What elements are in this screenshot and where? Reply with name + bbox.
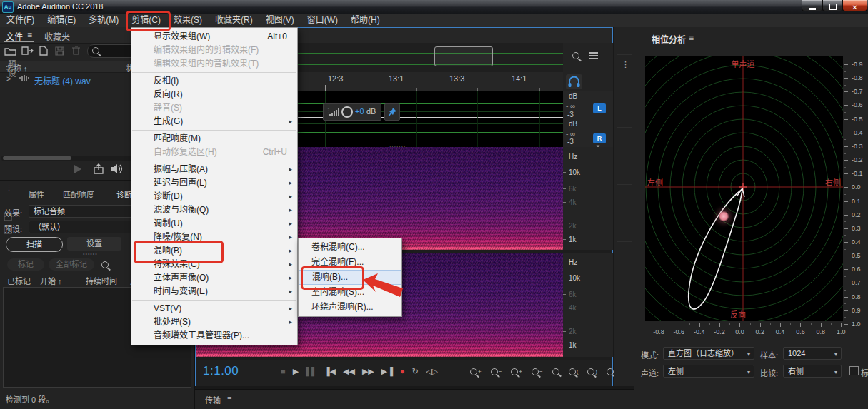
column-start[interactable]: 开始 ↑ (40, 275, 62, 286)
normalize-checkbox[interactable] (849, 366, 859, 375)
record-button[interactable]: ● (400, 365, 405, 377)
play-button[interactable]: ▶ (293, 365, 299, 377)
open-folder-icon[interactable] (4, 46, 17, 56)
tab-match-loudness[interactable]: 匹配响度 (63, 188, 94, 200)
effects-menu-item-4[interactable]: 反相(I) (131, 74, 297, 88)
marker-search-icon[interactable] (101, 261, 109, 268)
effects-menu-item-2[interactable]: 编辑效果组内的音轨效果(T) (131, 57, 297, 71)
monitor-button[interactable] (566, 74, 582, 89)
column-duration[interactable]: 持续时间 (86, 275, 117, 286)
export-icon[interactable] (93, 163, 105, 175)
restore-button[interactable] (822, 0, 843, 11)
volume-value[interactable]: +0 (355, 107, 364, 116)
pause-button[interactable]: ▌▌ (306, 365, 317, 377)
zoom-in-button[interactable]: + (470, 366, 482, 378)
reverb-submenu-item-4[interactable]: 环绕声混响(R)... (299, 300, 401, 315)
effects-menu-item-7[interactable]: 生成(G)▸ (131, 115, 297, 128)
channel-select[interactable]: 左侧▾ (663, 365, 754, 378)
move-playhead-button[interactable]: ◁▷ (426, 365, 438, 377)
effects-menu-item-14[interactable]: 诊断(D)▸ (131, 190, 297, 203)
spectral-splitter-handle[interactable]: ······· (389, 144, 421, 149)
speaker-icon[interactable] (109, 163, 124, 175)
files-scrollbar-thumb[interactable] (3, 156, 71, 160)
zoom-to-in-point-button[interactable]: ( (569, 366, 579, 378)
effects-menu-item-13[interactable]: 延迟与回声(L)▸ (131, 176, 297, 190)
preview-play-icon[interactable] (74, 165, 81, 173)
skip-to-end-button[interactable]: ▶▐ (381, 365, 393, 377)
splitter-handle[interactable]: •••••• (83, 251, 98, 256)
rewind-button[interactable]: ◀◀ (343, 365, 355, 377)
file-list-item[interactable]: 无标题 (4).wav (34, 74, 91, 86)
reverb-submenu-item-0[interactable]: 卷积混响(C)... (299, 240, 401, 255)
pin-hud[interactable] (384, 103, 400, 121)
zoom-reset-icon[interactable] (572, 52, 579, 59)
zoom-out-time-button[interactable]: − (532, 366, 543, 378)
effects-menu-item-23[interactable]: VST(V)▸ (131, 302, 297, 315)
sample-select[interactable]: 1024▾ (783, 347, 842, 360)
y-scale-tick (844, 64, 848, 65)
transport-panel-menu-icon[interactable]: ≡ (227, 394, 231, 403)
zoom-out-button[interactable]: − (491, 366, 502, 378)
save-icon[interactable] (54, 46, 66, 56)
effects-menu-item-9[interactable]: 匹配响度(M) (131, 132, 297, 146)
strip-menu-icon[interactable]: ⋮ (622, 60, 629, 69)
menu-separator (132, 130, 296, 131)
spectral-controls-icon[interactable] (589, 51, 598, 61)
menubar-item-multitrack[interactable]: 多轨(M) (82, 14, 125, 27)
delete-icon[interactable] (71, 46, 81, 56)
presets-tab-label[interactable]: 预设 (6, 60, 17, 79)
effects-menu-item-21[interactable]: 时间与变调(E)▸ (131, 285, 297, 298)
tab-favorites[interactable]: 收藏夹 (44, 30, 70, 42)
effects-menu-item-15[interactable]: 滤波与均衡(Q)▸ (131, 203, 297, 217)
new-file-icon[interactable] (38, 46, 49, 56)
effects-menu-item-24[interactable]: 批处理(S)▸ (131, 315, 297, 329)
volume-hud[interactable]: ⋮ +0 dB (323, 103, 381, 121)
loop-playback-button[interactable]: ↻ (412, 365, 419, 377)
phase-graph[interactable]: 单声道 左侧 右侧 反向 (645, 56, 843, 321)
menubar-item-effects[interactable]: 效果(S) (167, 14, 209, 27)
x-scale-tick (679, 323, 679, 327)
panel-menu-icon[interactable]: ≡ (27, 30, 32, 40)
scan-button[interactable]: 扫描 (6, 237, 63, 252)
menubar-item-favorites[interactable]: 收藏夹(R) (209, 14, 259, 27)
effects-menu-item-25[interactable]: 音频增效工具管理器(P)... (131, 329, 297, 343)
volume-knob[interactable] (341, 106, 353, 118)
menubar-item-edit[interactable]: 编辑(E) (41, 14, 82, 27)
zoom-in-time-button[interactable]: + (511, 366, 522, 378)
skip-to-start-button[interactable]: ▐◀ (324, 365, 336, 377)
settings-button[interactable]: 设置 (67, 237, 121, 251)
effects-menu-item-5[interactable]: 反向(R) (131, 88, 297, 101)
menubar-item-help[interactable]: 帮助(H) (344, 14, 386, 27)
zoom-to-out-point-button[interactable]: ) (587, 366, 597, 378)
import-file-icon[interactable] (21, 46, 34, 56)
mode-select[interactable]: 直方图（日志缩放）▾ (663, 347, 754, 360)
phase-panel-menu-icon[interactable]: ≡ (689, 33, 694, 43)
time-display[interactable]: 1:1.00 (203, 364, 239, 378)
effects-menu-item-10[interactable]: 自动修复选区(H)Ctrl+U (131, 146, 297, 159)
close-button[interactable]: ✕ (842, 0, 867, 11)
right-channel-button[interactable]: R (593, 133, 606, 143)
effects-menu-item-12[interactable]: 振幅与压限(A)▸ (131, 163, 297, 176)
effects-menu-item-20[interactable]: 立体声声像(O)▸ (131, 271, 297, 285)
stop-button[interactable]: ■ (281, 365, 286, 377)
menubar-item-file[interactable]: 文件(F) (0, 14, 41, 27)
tab-diagnostics[interactable]: 诊断 (116, 188, 132, 200)
compare-select[interactable]: 右侧▾ (783, 365, 842, 378)
presets-collapsed-panel[interactable]: ⋮ (614, 27, 636, 386)
menubar-item-view[interactable]: 视图(V) (259, 14, 301, 27)
panel-grip[interactable]: ⋮ (6, 184, 12, 191)
minimize-button[interactable] (802, 0, 823, 11)
effects-menu-item-16[interactable]: 调制(U)▸ (131, 217, 297, 231)
effects-menu-item-0[interactable]: 显示效果组(W)Alt+0 (131, 30, 297, 44)
tab-properties[interactable]: 属性 (29, 188, 44, 200)
zoom-reset-button[interactable] (552, 367, 559, 378)
left-channel-button[interactable]: L (593, 103, 606, 113)
menubar-item-window[interactable]: 窗口(W) (301, 14, 344, 27)
fast-forward-button[interactable]: ▶▶ (362, 365, 374, 377)
mark-button[interactable]: 标记 (7, 258, 44, 271)
visible-range-box[interactable] (434, 46, 493, 66)
column-marked[interactable]: 已标记 (7, 275, 31, 286)
effects-menu-item-6[interactable]: 静音(S) (131, 101, 297, 115)
mark-all-button[interactable]: 全部标记 (49, 258, 94, 271)
effects-menu-item-1[interactable]: 编辑效果组内的剪辑效果(F) (131, 44, 297, 57)
